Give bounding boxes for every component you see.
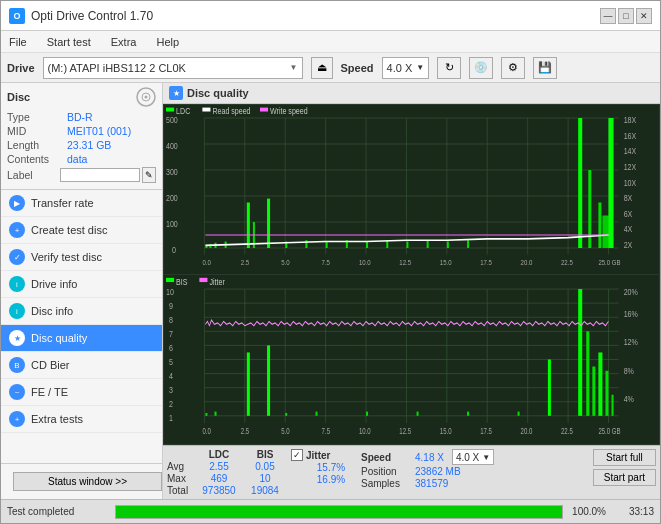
bis-total: 19084 <box>243 485 287 496</box>
speed-selector[interactable]: 4.0 X ▼ <box>382 57 430 79</box>
max-label: Max <box>167 473 195 484</box>
svg-text:20%: 20% <box>624 286 638 297</box>
disc-section-title: Disc <box>7 91 30 103</box>
mid-value: MEIT01 (001) <box>67 125 131 137</box>
length-label: Length <box>7 139 67 151</box>
speed-stat-val: 4.18 X <box>415 452 444 463</box>
jitter-checkbox[interactable]: ✓ <box>291 449 303 461</box>
svg-text:LDC: LDC <box>176 106 190 116</box>
svg-text:10: 10 <box>166 286 174 297</box>
svg-text:Jitter: Jitter <box>209 276 224 287</box>
nav-disc-quality[interactable]: ★ Disc quality <box>1 325 162 352</box>
svg-text:6: 6 <box>169 342 173 353</box>
svg-rect-139 <box>586 331 589 415</box>
bottom-status-bar: Test completed 100.0% 33:13 <box>1 499 660 523</box>
burn-button[interactable]: 💿 <box>469 57 493 79</box>
ldc-total: 973850 <box>197 485 241 496</box>
nav-extra-tests[interactable]: + Extra tests <box>1 406 162 433</box>
start-part-button[interactable]: Start part <box>593 469 656 486</box>
menu-help[interactable]: Help <box>152 34 183 50</box>
svg-text:100: 100 <box>166 219 178 229</box>
maximize-button[interactable]: □ <box>618 8 634 24</box>
svg-rect-134 <box>417 412 419 416</box>
svg-text:8%: 8% <box>624 364 635 375</box>
svg-text:200: 200 <box>166 193 178 203</box>
svg-text:0: 0 <box>172 245 176 255</box>
nav-fe-te[interactable]: ~ FE / TE <box>1 379 162 406</box>
eject-button[interactable]: ⏏ <box>311 57 333 79</box>
svg-rect-137 <box>548 360 551 416</box>
nav-extra-tests-label: Extra tests <box>31 413 83 425</box>
create-test-disc-icon: + <box>9 222 25 238</box>
svg-rect-74 <box>608 118 613 248</box>
menu-file[interactable]: File <box>5 34 31 50</box>
svg-text:20.0: 20.0 <box>521 258 533 266</box>
position-stat-label: Position <box>361 466 411 477</box>
bis-header: BIS <box>243 449 287 460</box>
label-button[interactable]: ✎ <box>142 167 156 183</box>
svg-text:7.5: 7.5 <box>322 426 330 436</box>
svg-text:20.0: 20.0 <box>521 426 533 436</box>
nav-disc-info-label: Disc info <box>31 305 73 317</box>
svg-text:0.0: 0.0 <box>202 426 210 436</box>
jitter-header: Jitter <box>306 450 330 461</box>
nav-disc-quality-label: Disc quality <box>31 332 87 344</box>
menu-start-test[interactable]: Start test <box>43 34 95 50</box>
cd-bier-icon: B <box>9 357 25 373</box>
menu-extra[interactable]: Extra <box>107 34 141 50</box>
label-input[interactable] <box>60 168 140 182</box>
svg-rect-127 <box>205 413 207 416</box>
refresh-button[interactable]: ↻ <box>437 57 461 79</box>
svg-text:7.5: 7.5 <box>322 258 331 266</box>
svg-text:5.0: 5.0 <box>281 426 289 436</box>
type-label: Type <box>7 111 67 123</box>
nav-transfer-rate[interactable]: ▶ Transfer rate <box>1 190 162 217</box>
svg-text:17.5: 17.5 <box>480 426 492 436</box>
speed-stat-label: Speed <box>361 452 411 463</box>
drive-bar: Drive (M:) ATAPI iHBS112 2 CL0K ▼ ⏏ Spee… <box>1 53 660 83</box>
bis-max: 10 <box>243 473 287 484</box>
start-full-button[interactable]: Start full <box>593 449 656 466</box>
close-button[interactable]: ✕ <box>636 8 652 24</box>
save-button[interactable]: 💾 <box>533 57 557 79</box>
content-area: ★ Disc quality LDC Read speed <box>163 83 660 499</box>
jitter-stats: ✓ Jitter 15.7% 16.9% <box>291 449 353 485</box>
minimize-button[interactable]: — <box>600 8 616 24</box>
svg-rect-57 <box>247 203 250 249</box>
nav-fe-te-label: FE / TE <box>31 386 68 398</box>
total-label: Total <box>167 485 195 496</box>
nav-cd-bier[interactable]: B CD Bier <box>1 352 162 379</box>
status-window-button[interactable]: Status window >> <box>13 472 162 491</box>
svg-text:12.5: 12.5 <box>399 426 411 436</box>
svg-text:2.5: 2.5 <box>241 258 250 266</box>
svg-text:17.5: 17.5 <box>480 258 492 266</box>
speed-dropdown-arrow: ▼ <box>482 453 490 462</box>
verify-test-disc-icon: ✓ <box>9 249 25 265</box>
svg-rect-66 <box>406 242 408 249</box>
speed-stat-dropdown[interactable]: 4.0 X ▼ <box>452 449 494 465</box>
svg-rect-128 <box>215 412 217 416</box>
drive-selector[interactable]: (M:) ATAPI iHBS112 2 CL0K ▼ <box>43 57 303 79</box>
svg-rect-141 <box>598 352 602 415</box>
settings-button[interactable]: ⚙ <box>501 57 525 79</box>
svg-text:10.0: 10.0 <box>359 258 371 266</box>
speed-position-stats: Speed 4.18 X 4.0 X ▼ Position 23862 MB S… <box>361 449 494 489</box>
nav-disc-info[interactable]: i Disc info <box>1 298 162 325</box>
svg-rect-140 <box>592 367 595 416</box>
speed-label: Speed <box>341 62 374 74</box>
samples-stat-label: Samples <box>361 478 411 489</box>
chart-bis: BIS Jitter <box>164 275 659 444</box>
svg-text:400: 400 <box>166 141 178 151</box>
ldc-header: LDC <box>197 449 241 460</box>
svg-text:8: 8 <box>169 314 173 325</box>
speed-dropdown-arrow: ▼ <box>416 63 424 72</box>
nav-drive-info-label: Drive info <box>31 278 77 290</box>
nav-drive-info[interactable]: i Drive info <box>1 271 162 298</box>
start-buttons: Start full Start part <box>593 449 656 486</box>
nav-create-test-disc[interactable]: + Create test disc <box>1 217 162 244</box>
fe-te-icon: ~ <box>9 384 25 400</box>
svg-text:4X: 4X <box>624 225 633 235</box>
nav-verify-test-disc[interactable]: ✓ Verify test disc <box>1 244 162 271</box>
svg-text:2: 2 <box>169 398 173 409</box>
svg-rect-142 <box>605 371 608 416</box>
